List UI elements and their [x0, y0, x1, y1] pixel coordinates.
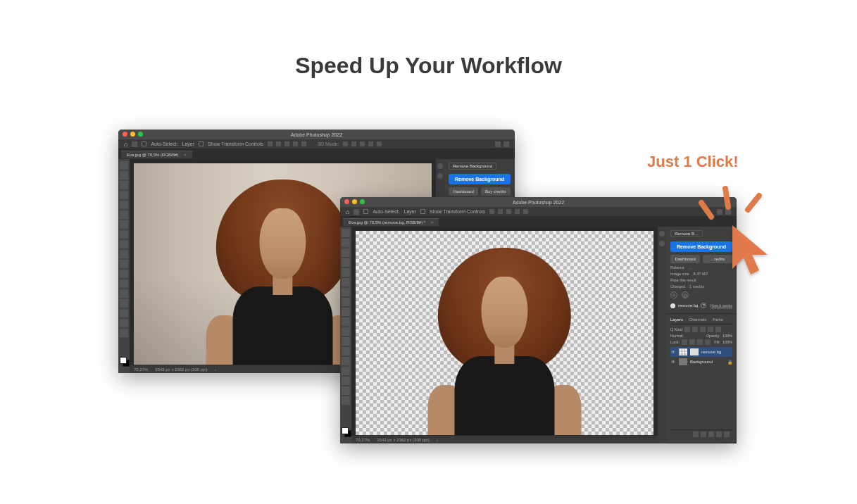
workspace-icon[interactable] — [717, 209, 722, 215]
layer-name[interactable]: Background — [690, 360, 713, 364]
document-tab[interactable]: Eva.jpg @ 70,5% (RGB/8#) × — [121, 151, 192, 158]
tool-icon[interactable] — [120, 329, 128, 337]
tab-layers[interactable]: Layers — [670, 317, 683, 322]
tool-icon[interactable] — [342, 367, 350, 375]
toolbar[interactable] — [118, 159, 130, 373]
filter-icon[interactable] — [692, 327, 698, 332]
tool-icon[interactable] — [120, 230, 128, 239]
workspace-icon[interactable] — [503, 141, 509, 147]
align-icon[interactable] — [284, 141, 289, 146]
home-icon[interactable]: ⌂ — [346, 208, 349, 215]
filter-icon[interactable] — [684, 327, 690, 332]
tool-icon[interactable] — [120, 270, 128, 278]
layer-name[interactable]: remove.bg — [701, 350, 721, 354]
layer-row[interactable]: 👁 remove.bg — [670, 347, 732, 357]
tool-icon[interactable] — [342, 268, 350, 277]
tool-icon[interactable] — [342, 298, 350, 306]
move-tool-icon[interactable] — [132, 141, 137, 147]
ellipsis-icon[interactable] — [301, 141, 306, 146]
tool-icon[interactable] — [120, 181, 128, 189]
tool-icon[interactable] — [342, 229, 350, 237]
foreground-color-swatch[interactable] — [120, 357, 127, 364]
lock-icon[interactable] — [689, 339, 695, 345]
tool-icon[interactable] — [342, 308, 350, 316]
how-it-works-link[interactable]: How it works — [711, 303, 732, 308]
align-icon[interactable] — [268, 141, 273, 146]
chevron-right-icon[interactable]: › — [437, 438, 438, 442]
tab-channels[interactable]: Channels — [689, 317, 706, 322]
tool-icon[interactable] — [120, 289, 128, 298]
tool-icon[interactable] — [342, 278, 350, 286]
fx-icon[interactable] — [693, 431, 699, 437]
document-tabstrip[interactable]: Eva.jpg @ 70,5% (RGB/8#) × — [118, 149, 515, 159]
help-icon[interactable]: ? — [701, 303, 706, 308]
tool-icon[interactable] — [120, 260, 128, 268]
thumbs-down-icon[interactable]: ☹ — [682, 291, 689, 298]
mode-label[interactable]: 3D Mode: — [318, 141, 339, 146]
tab-paths[interactable]: Paths — [712, 317, 722, 322]
tool-icon[interactable] — [342, 337, 350, 346]
tool-icon[interactable] — [120, 220, 128, 229]
tool-icon[interactable] — [120, 171, 128, 179]
workspace-icon[interactable] — [725, 209, 731, 215]
auto-select-checkbox[interactable] — [363, 209, 368, 214]
tool-icon[interactable] — [120, 191, 128, 199]
opacity-value[interactable]: 100% — [722, 334, 732, 338]
auto-select-mode[interactable]: Layer — [182, 141, 195, 146]
remove-background-button[interactable]: Remove Background — [449, 174, 511, 184]
lock-icon[interactable]: 🔒 — [727, 360, 732, 365]
align-icon[interactable] — [276, 141, 281, 146]
tool-icon[interactable] — [342, 386, 350, 395]
thumbs-up-icon[interactable]: ☺ — [670, 291, 677, 298]
canvas[interactable]: 70,27% 3543 px x 2362 px (300 ppi) › — [351, 227, 658, 443]
visibility-icon[interactable]: 👁 — [670, 350, 676, 354]
align-icon[interactable] — [293, 141, 298, 146]
panel-tab[interactable]: Remove Background — [449, 163, 496, 170]
tool-icon[interactable] — [120, 309, 128, 317]
move-tool-icon[interactable] — [354, 209, 359, 215]
tool-icon[interactable] — [120, 201, 128, 209]
status-zoom[interactable]: 70,27% — [356, 438, 370, 442]
titlebar[interactable]: Adobe Photoshop 2022 — [340, 197, 737, 207]
panel-icon[interactable] — [659, 231, 665, 237]
buy-credits-button[interactable]: Buy credits — [481, 187, 511, 196]
tool-icon[interactable] — [120, 319, 128, 327]
buy-credits-button[interactable]: …redits — [703, 255, 732, 263]
close-tab-icon[interactable]: × — [431, 220, 434, 225]
window-maximize-button[interactable] — [360, 199, 365, 204]
lock-icon[interactable] — [682, 339, 687, 345]
tool-icon[interactable] — [120, 250, 128, 258]
titlebar[interactable]: Adobe Photoshop 2022 — [118, 130, 515, 139]
tool-icon[interactable] — [342, 327, 350, 336]
window-close-button[interactable] — [344, 199, 349, 204]
ellipsis-icon[interactable] — [523, 209, 528, 214]
auto-select-mode[interactable]: Layer — [404, 209, 417, 214]
panel-icon[interactable] — [437, 173, 443, 179]
toolbar[interactable] — [340, 227, 351, 443]
document-tab[interactable]: Eva.jpg @ 70,5% (remove.bg, RGB/8#) * × — [343, 218, 439, 226]
workspace-icon[interactable] — [495, 141, 501, 147]
panel-icon[interactable] — [659, 241, 665, 246]
close-tab-icon[interactable]: × — [184, 153, 187, 157]
tool-icon[interactable] — [342, 357, 350, 365]
mask-icon[interactable] — [701, 431, 706, 437]
panel-tab[interactable]: Remove B… — [670, 230, 703, 237]
tool-icon[interactable] — [120, 240, 128, 248]
tool-icon[interactable] — [342, 377, 350, 385]
window-maximize-button[interactable] — [138, 132, 143, 137]
options-bar[interactable]: ⌂ Auto-Select: Layer Show Transform Cont… — [118, 139, 515, 149]
show-transform-checkbox[interactable] — [420, 209, 425, 214]
filter-icon[interactable] — [715, 327, 721, 332]
status-zoom[interactable]: 70,27% — [134, 367, 148, 372]
panel-icon[interactable] — [437, 163, 443, 169]
kind-filter[interactable]: Q Kind — [670, 327, 682, 332]
mask-thumbnail[interactable] — [690, 348, 699, 355]
remove-background-button[interactable]: Remove Background — [670, 241, 732, 252]
mode-icon[interactable] — [343, 141, 348, 146]
mode-icon[interactable] — [368, 141, 373, 146]
mode-icon[interactable] — [351, 141, 356, 146]
fill-value[interactable]: 100% — [722, 340, 732, 344]
window-close-button[interactable] — [123, 132, 127, 137]
tool-icon[interactable] — [120, 161, 128, 170]
filter-icon[interactable] — [708, 327, 713, 332]
